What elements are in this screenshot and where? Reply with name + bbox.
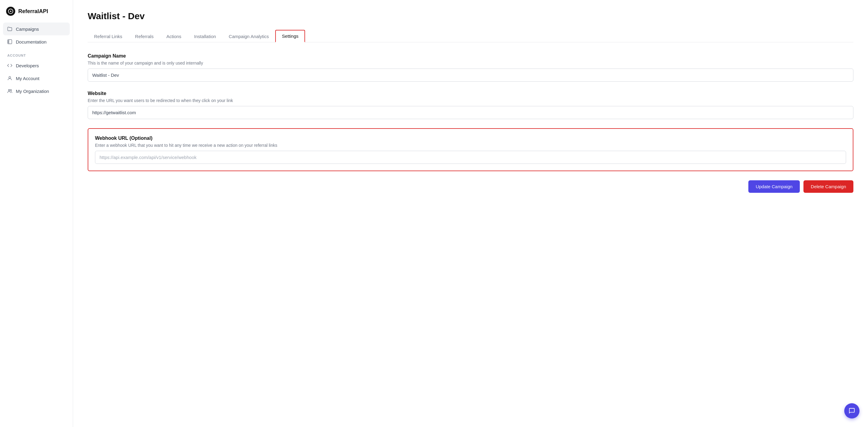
chat-bubble-button[interactable] [844,403,860,419]
user-icon [7,75,13,81]
folder-icon [7,26,13,32]
website-label: Website [88,91,854,96]
code-icon [7,62,13,68]
main-content: Waitlist - Dev Referral Links Referrals … [73,0,868,427]
webhook-section: Webhook URL (Optional) Enter a webhook U… [88,128,854,171]
website-input[interactable] [88,106,854,119]
chat-icon [848,407,855,414]
tabs-bar: Referral Links Referrals Actions Install… [88,30,854,42]
campaign-name-description: This is the name of your campaign and is… [88,61,854,65]
campaign-name-section: Campaign Name This is the name of your c… [88,53,854,82]
sidebar-item-my-account-label: My Account [16,76,39,81]
logo-icon [6,7,15,16]
users-icon [7,88,13,94]
tab-referral-links[interactable]: Referral Links [88,30,129,42]
sidebar-item-documentation[interactable]: Documentation [3,35,70,48]
update-campaign-button[interactable]: Update Campaign [748,180,800,193]
tab-installation[interactable]: Installation [188,30,222,42]
sidebar-item-my-organization[interactable]: My Organization [3,85,70,97]
svg-point-4 [10,90,12,91]
webhook-url-input[interactable] [95,151,846,164]
sidebar-item-developers-label: Developers [16,63,39,68]
sidebar-item-my-account[interactable]: My Account [3,72,70,85]
tab-referrals[interactable]: Referrals [129,30,160,42]
account-section-label: ACCOUNT [3,48,70,59]
sidebar-item-my-organization-label: My Organization [16,89,49,94]
website-description: Enter the URL you want users to be redir… [88,98,854,103]
website-section: Website Enter the URL you want users to … [88,91,854,119]
campaign-name-input[interactable] [88,68,854,82]
svg-point-2 [9,77,11,78]
tab-actions[interactable]: Actions [160,30,188,42]
app-logo-text: ReferralAPI [18,8,48,14]
webhook-url-label: Webhook URL (Optional) [95,135,846,141]
sidebar-item-campaigns[interactable]: Campaigns [3,23,70,35]
svg-point-3 [8,90,10,91]
webhook-url-description: Enter a webhook URL that you want to hit… [95,143,846,148]
sidebar-item-documentation-label: Documentation [16,39,46,44]
tab-campaign-analytics[interactable]: Campaign Analytics [222,30,275,42]
page-title: Waitlist - Dev [88,11,854,21]
sidebar-item-campaigns-label: Campaigns [16,27,39,32]
sidebar-nav: Campaigns Documentation ACCOUNT Develo [0,23,73,97]
delete-campaign-button[interactable]: Delete Campaign [803,180,854,193]
sidebar: ReferralAPI Campaigns Documentation ACCO… [0,0,73,427]
campaign-name-label: Campaign Name [88,53,854,59]
action-buttons: Update Campaign Delete Campaign [88,180,854,193]
app-logo: ReferralAPI [0,0,73,23]
tab-settings[interactable]: Settings [275,30,305,42]
sidebar-item-developers[interactable]: Developers [3,59,70,72]
book-icon [7,39,13,45]
